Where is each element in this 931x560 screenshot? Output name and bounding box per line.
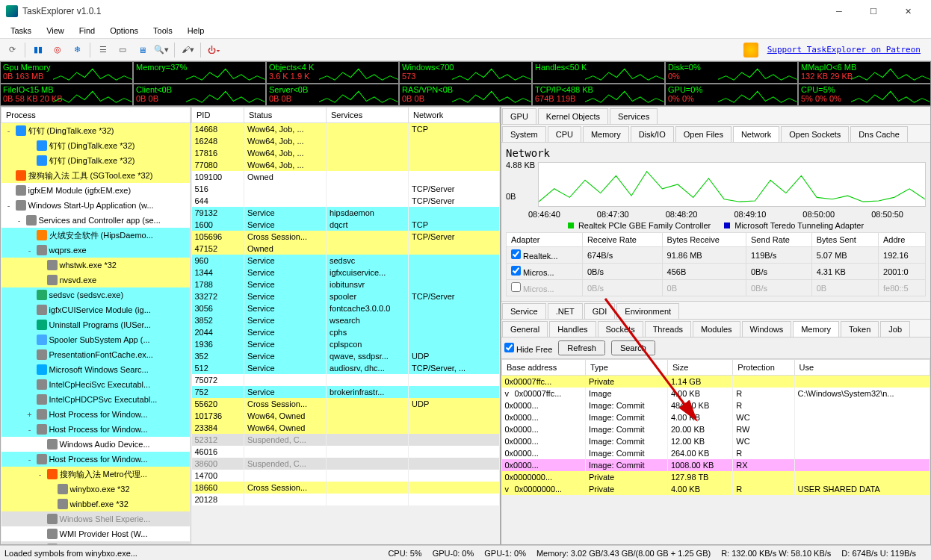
window-small-icon[interactable]: ▭ (114, 41, 132, 59)
process-data-row[interactable]: 75072 (192, 374, 500, 386)
process-data-row[interactable]: 752Servicebrokerinfrastr... (192, 386, 500, 398)
memory-row[interactable]: 0x00007ffc...Private1.14 GB (502, 376, 930, 388)
refresh-button[interactable]: Refresh (558, 340, 605, 355)
power-icon[interactable]: ⏻▾ (205, 41, 223, 59)
process-data-row[interactable]: 3852Servicewsearch (192, 314, 500, 326)
process-row[interactable]: igfxCUIService Module (ig... (1, 302, 191, 317)
process-row[interactable]: Microsoft Windows Searc... (1, 362, 191, 377)
tree-icon[interactable]: ☰ (94, 41, 112, 59)
process-row[interactable]: whstwk.exe *32 (1, 258, 191, 273)
adapter-row[interactable]: Realtek...674B/s91.86 MB119B/s5.07 MB192… (507, 247, 926, 264)
target-icon[interactable]: ◎ (49, 41, 66, 59)
brush-icon[interactable]: 🖌▾ (179, 41, 197, 59)
col-services[interactable]: Services (327, 108, 409, 123)
process-row[interactable]: PresentationFontCache.ex... (1, 347, 191, 362)
pause-icon[interactable]: ▮▮ (29, 41, 47, 59)
maximize-button[interactable]: ☐ (856, 0, 891, 22)
menu-help[interactable]: Help (180, 25, 212, 37)
tab-threads[interactable]: Threads (645, 321, 691, 337)
process-data-row[interactable]: 23384Wow64, Owned (192, 422, 500, 434)
process-data-row[interactable]: 644TCP/Server (192, 195, 500, 207)
memory-row[interactable]: 0x0000...Image: Commit264.00 KBR (502, 447, 930, 459)
memory-row[interactable]: 0x0000...Image: Commit12.00 KBWC (502, 435, 930, 447)
process-data-row[interactable]: 2044Servicecphs (192, 326, 500, 338)
process-row[interactable]: -Host Process for Window... (1, 452, 191, 467)
process-row[interactable]: igfxEM Module (igfxEM.exe) (1, 183, 191, 198)
process-data-row[interactable]: 516TCP/Server (192, 183, 500, 195)
process-data-row[interactable]: 18660Cross Session... (192, 482, 500, 494)
adapter-row[interactable]: Micros...0B/s0B0B/s0Bfe80::5 (507, 280, 926, 296)
process-data-row[interactable]: 101736Wow64, Owned (192, 410, 500, 422)
patreon-link[interactable]: Support TaskExplorer on Patreon (767, 45, 921, 55)
process-row[interactable]: Windows Audio Device... (1, 437, 191, 452)
process-row[interactable]: Spooler SubSystem App (... (1, 332, 191, 347)
process-row[interactable]: -钉钉 (DingTalk.exe *32) (1, 123, 191, 139)
search-icon[interactable]: 🔍▾ (152, 41, 170, 59)
monitor-icon[interactable]: 🖥 (133, 41, 151, 59)
process-row[interactable]: -Services and Controller app (se... (1, 213, 191, 228)
process-data-row[interactable]: 960Servicesedsvc (192, 255, 500, 267)
col-network[interactable]: Network (409, 108, 500, 123)
process-data-row[interactable]: 20128 (192, 494, 500, 505)
process-data-row[interactable]: 1788Serviceiobitunsvr (192, 279, 500, 290)
process-data-row[interactable]: 55620Cross Session...UDP (192, 398, 500, 410)
tab-memory[interactable]: Memory (583, 126, 629, 142)
process-row[interactable]: 搜狗输入法 工具 (SGTool.exe *32) (1, 168, 191, 183)
search-button[interactable]: Search (611, 340, 655, 355)
tab-network[interactable]: Network (733, 126, 779, 142)
tab-cpu[interactable]: CPU (548, 126, 581, 142)
adapter-row[interactable]: Micros...0B/s456B0B/s4.31 KB2001:0 (507, 264, 926, 280)
process-data-row[interactable]: 1600ServicedqcrtTCP (192, 219, 500, 231)
process-row[interactable]: winbbef.exe *32 (1, 497, 191, 511)
memory-row[interactable]: 0x0000...Image: Commit4.00 KBWC (502, 411, 930, 423)
process-row[interactable]: Search and Cortana a... (1, 541, 191, 544)
process-row[interactable]: winybxo.exe *32 (1, 482, 191, 497)
process-row[interactable]: -wqprs.exe (1, 243, 191, 258)
tab-dnscache[interactable]: Dns Cache (850, 126, 907, 142)
process-row[interactable]: -Windows Start-Up Application (w... (1, 198, 191, 213)
tab-handles[interactable]: Handles (549, 321, 596, 337)
process-row[interactable]: -搜狗输入法 Metro代理... (1, 467, 191, 482)
refresh-icon[interactable]: ⟳ (3, 41, 21, 59)
tab-job[interactable]: Job (880, 321, 910, 337)
process-data-row[interactable]: 17816Wow64, Job, ... (192, 147, 500, 159)
tab-opensockets[interactable]: Open Sockets (781, 126, 849, 142)
hide-free-checkbox[interactable]: Hide Free (504, 343, 552, 354)
process-row[interactable]: IntelCpHeciSvc Executabl... (1, 377, 191, 392)
tab-services[interactable]: Services (610, 108, 658, 124)
process-row[interactable]: -Host Process for Window... (1, 422, 191, 437)
process-data-row[interactable]: 3056Servicefontcache3.0.0.0 (192, 302, 500, 314)
process-data-row[interactable]: 1344Serviceigfxcuiservice... (192, 267, 500, 279)
tab-system[interactable]: System (502, 126, 546, 142)
process-row[interactable]: nvsvd.exe (1, 273, 191, 287)
tab-gpu[interactable]: GPU (502, 108, 536, 124)
tab-modules[interactable]: Modules (693, 321, 740, 337)
menu-options[interactable]: Options (102, 25, 146, 37)
memory-row[interactable]: 0x0000...Image: Commit20.00 KBRW (502, 423, 930, 435)
process-row[interactable]: 火绒安全软件 (HipsDaemo... (1, 228, 191, 243)
col-process[interactable]: Process (1, 108, 191, 123)
tab-token[interactable]: Token (841, 321, 879, 337)
process-data-row[interactable]: 77080Wow64, Job, ... (192, 159, 500, 171)
minimize-button[interactable]: ─ (822, 0, 856, 22)
process-data-row[interactable]: 79132Servicehipsdaemon (192, 207, 500, 219)
process-data-row[interactable]: 38600Suspended, C... (192, 458, 500, 470)
process-row[interactable]: Windows Shell Experie... (1, 511, 191, 526)
menu-find[interactable]: Find (72, 25, 102, 37)
process-data-row[interactable]: 352Serviceqwave, ssdpsr...UDP (192, 350, 500, 362)
process-data-row[interactable]: 46016 (192, 446, 500, 458)
process-data-row[interactable]: 16248Wow64, Job, ... (192, 135, 500, 147)
tab-gdi[interactable]: GDI (584, 303, 616, 319)
tab-sockets[interactable]: Sockets (598, 321, 643, 337)
tab-kernelobjects[interactable]: Kernel Objects (538, 108, 608, 124)
tab-diskio[interactable]: Disk/IO (631, 126, 674, 142)
tab-environment[interactable]: Environment (616, 303, 679, 319)
process-data-row[interactable]: 105696Cross Session...TCP/Server (192, 231, 500, 243)
process-row[interactable]: sedsvc (sedsvc.exe) (1, 287, 191, 302)
snowflake-icon[interactable]: ❄ (68, 41, 86, 59)
tab-general[interactable]: General (502, 321, 548, 337)
memory-row[interactable]: 0x0000...Image: Commit1008.00 KBRX (502, 459, 930, 471)
tab-net[interactable]: .NET (548, 303, 583, 319)
col-pid[interactable]: PID (192, 108, 244, 123)
col-status[interactable]: Status (244, 108, 327, 123)
